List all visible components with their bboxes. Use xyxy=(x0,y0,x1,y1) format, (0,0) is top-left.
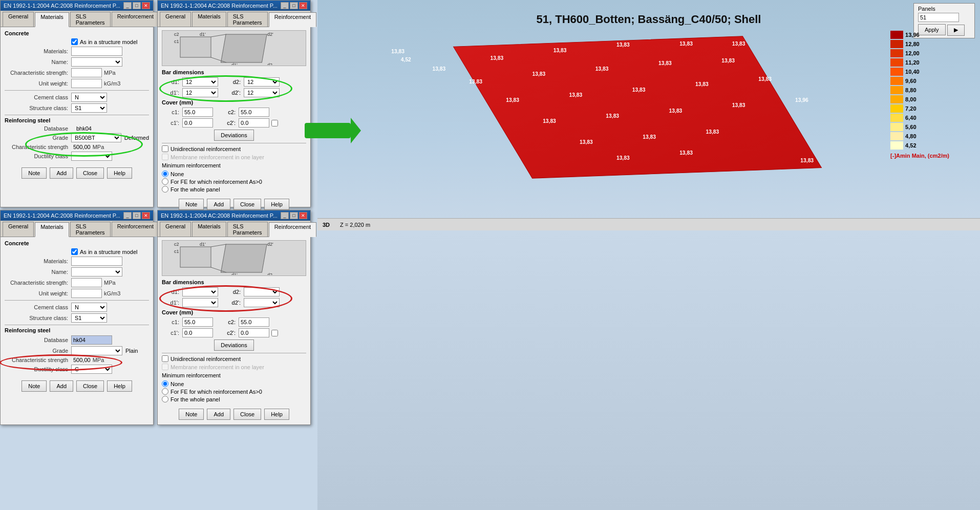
d1-select-br[interactable] xyxy=(182,287,218,296)
close-btn-tl[interactable]: ✕ xyxy=(142,2,150,9)
minimize-btn-tr[interactable]: _ xyxy=(281,2,289,9)
grade-select-bl[interactable] xyxy=(71,346,122,355)
fe-radio-br[interactable] xyxy=(162,388,168,395)
maximize-btn-bl[interactable]: □ xyxy=(133,212,141,219)
name-select-tl[interactable] xyxy=(71,57,122,67)
minimize-btn-tl[interactable]: _ xyxy=(123,2,132,9)
help-btn-br[interactable]: Help xyxy=(264,409,289,420)
minimize-btn-bl[interactable]: _ xyxy=(123,212,132,219)
window-title-bl: EN 1992-1-1:2004 AC:2008 Reinforcement P… xyxy=(4,213,123,219)
tab-sls-tr[interactable]: SLS Parameters xyxy=(227,12,268,27)
materials-input-bl[interactable] xyxy=(71,257,122,266)
help-btn-tl[interactable]: Help xyxy=(107,167,132,179)
add-btn-br[interactable]: Add xyxy=(207,409,230,420)
d1p-select-tr[interactable]: 12 xyxy=(182,88,218,97)
tab-materials-tr[interactable]: Materials xyxy=(192,12,226,27)
ductility-class-select-bl[interactable]: C xyxy=(71,365,112,374)
membrane-checkbox-tr[interactable] xyxy=(162,154,168,160)
char-strength-input-bl[interactable] xyxy=(71,278,102,287)
deviations-btn-br[interactable]: Deviations xyxy=(214,339,253,351)
tab-sls-br[interactable]: SLS Parameters xyxy=(227,222,268,237)
materials-input-tl[interactable] xyxy=(71,47,122,56)
minimize-btn-br[interactable]: _ xyxy=(281,212,289,219)
d2-select-br[interactable] xyxy=(244,287,280,296)
tab-sls-tl[interactable]: SLS Parameters xyxy=(70,12,111,27)
fe-radio-tr[interactable] xyxy=(162,178,168,185)
tab-general-br[interactable]: General xyxy=(160,222,191,237)
add-btn-tl[interactable]: Add xyxy=(50,167,73,179)
c2-input-tr[interactable] xyxy=(239,108,269,117)
scale-value-8: 7,20 xyxy=(905,105,916,112)
none-radio-br[interactable] xyxy=(162,380,168,387)
svg-text:13,83: 13,83 xyxy=(721,58,735,63)
c2p-input-tr[interactable] xyxy=(239,118,269,128)
note-btn-tr[interactable]: Note xyxy=(179,199,204,210)
note-btn-bl[interactable]: Note xyxy=(22,380,47,392)
structure-class-select-tl[interactable]: S1 xyxy=(71,103,107,113)
tab-reinforcement-br[interactable]: Reinforcement xyxy=(269,222,317,237)
d1-select-tr[interactable]: 12 xyxy=(182,77,218,87)
unidirectional-checkbox-br[interactable] xyxy=(162,355,168,362)
d2-select-tr[interactable]: 12 xyxy=(244,77,280,87)
name-select-bl[interactable] xyxy=(71,267,122,277)
unit-weight-input-tl[interactable] xyxy=(71,79,102,88)
close-btn-br[interactable]: ✕ xyxy=(299,212,307,219)
tab-reinforcement-tr[interactable]: Reinforcement xyxy=(269,12,317,27)
maximize-btn-br[interactable]: □ xyxy=(290,212,298,219)
unidirectional-checkbox-tr[interactable] xyxy=(162,145,168,152)
maximize-btn-tr[interactable]: □ xyxy=(290,2,298,9)
close-btn-content-tr[interactable]: Close xyxy=(233,199,261,210)
char-strength-input-tl[interactable] xyxy=(71,68,102,77)
tab-sls-bl[interactable]: SLS Parameters xyxy=(70,222,111,237)
whole-panel-radio-br[interactable] xyxy=(162,396,168,402)
note-btn-br[interactable]: Note xyxy=(179,409,204,420)
database-input-bl[interactable] xyxy=(71,335,112,345)
as-in-structure-checkbox-bl[interactable] xyxy=(71,248,78,255)
cement-class-select-tl[interactable]: N xyxy=(71,93,107,102)
d2p-select-br[interactable] xyxy=(244,298,280,307)
c2-input-br[interactable] xyxy=(239,317,269,327)
tab-materials-br[interactable]: Materials xyxy=(192,222,226,237)
note-btn-tl[interactable]: Note xyxy=(22,167,47,179)
whole-panel-radio-tr[interactable] xyxy=(162,186,168,193)
panel-next-btn[interactable]: ▶ xyxy=(947,25,965,36)
tab-general-tl[interactable]: General xyxy=(3,12,34,27)
membrane-checkbox-br[interactable] xyxy=(162,364,168,370)
cement-class-select-bl[interactable]: N xyxy=(71,303,107,312)
c2p-checkbox-br[interactable] xyxy=(271,330,278,336)
close-btn-content-br[interactable]: Close xyxy=(233,409,261,420)
add-btn-tr[interactable]: Add xyxy=(207,199,230,210)
tab-general-bl[interactable]: General xyxy=(3,222,34,237)
ductility-class-select-tl[interactable] xyxy=(71,152,112,161)
fe-radio-label-br: For FE for which reinforcement As>0 xyxy=(171,389,262,395)
window-controls-tr-rebar: _ □ ✕ xyxy=(281,2,307,9)
help-btn-tr[interactable]: Help xyxy=(264,199,289,210)
tab-materials-tl[interactable]: Materials xyxy=(35,12,69,27)
c1p-input-tr[interactable] xyxy=(182,118,213,128)
none-radio-tr[interactable] xyxy=(162,171,168,177)
tab-materials-bl[interactable]: Materials xyxy=(35,222,69,237)
tab-reinforcement-bl[interactable]: Reinforcement xyxy=(112,222,160,237)
c1-input-tr[interactable] xyxy=(182,108,213,117)
structure-class-select-bl[interactable]: S1 xyxy=(71,313,107,323)
d1p-select-br[interactable] xyxy=(182,298,218,307)
c1p-input-br[interactable] xyxy=(182,328,213,337)
add-btn-bl[interactable]: Add xyxy=(50,380,73,392)
grade-select-tl[interactable]: B500BT xyxy=(71,133,121,142)
tab-general-tr[interactable]: General xyxy=(160,12,191,27)
close-btn-bl[interactable]: ✕ xyxy=(142,212,150,219)
c1-input-br[interactable] xyxy=(182,317,213,327)
d1p-d2p-row-tr: d1': 12 d2': 12 xyxy=(162,88,306,97)
as-in-structure-checkbox-tl[interactable] xyxy=(71,38,78,45)
deviations-btn-tr[interactable]: Deviations xyxy=(214,130,253,141)
close-btn-content-tl[interactable]: Close xyxy=(76,167,104,179)
c2p-checkbox-tr[interactable] xyxy=(271,120,278,126)
d2p-select-tr[interactable]: 12 xyxy=(244,88,280,97)
help-btn-bl[interactable]: Help xyxy=(107,380,132,392)
c2p-input-br[interactable] xyxy=(239,328,269,337)
tab-reinforcement-tl[interactable]: Reinforcement xyxy=(112,12,160,27)
close-btn-tr[interactable]: ✕ xyxy=(299,2,307,9)
unit-weight-input-bl[interactable] xyxy=(71,289,102,298)
maximize-btn-tl[interactable]: □ xyxy=(133,2,141,9)
close-btn-content-bl[interactable]: Close xyxy=(76,380,104,392)
